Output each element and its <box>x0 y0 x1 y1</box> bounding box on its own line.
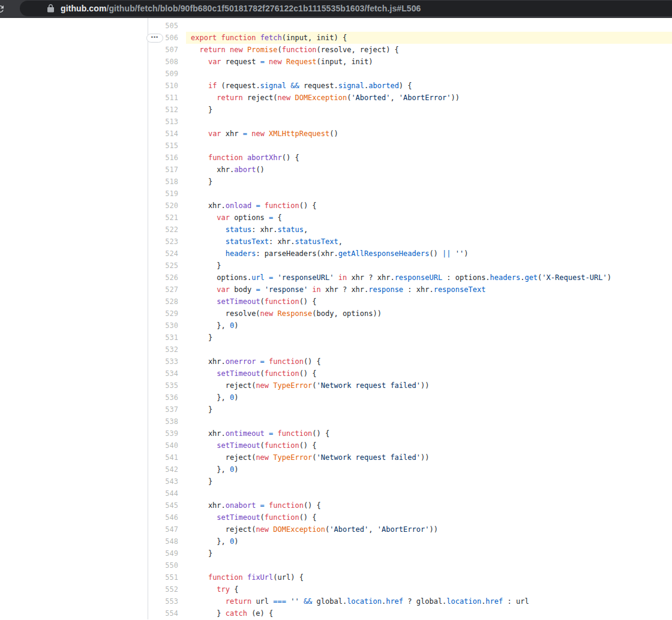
line-number[interactable]: 524 <box>0 248 182 260</box>
line-content: var request = new Request(input, init) <box>186 56 672 68</box>
line-number[interactable]: 511 <box>0 92 182 104</box>
line-number[interactable]: 545 <box>0 499 182 511</box>
line-content: resolve(new Response(body, options)) <box>186 308 672 320</box>
line-number[interactable]: 521 <box>0 212 182 224</box>
line-number[interactable]: 530 <box>0 320 182 332</box>
line-number[interactable]: 534 <box>0 368 182 380</box>
code-line-511: 511 return reject(new DOMException('Abor… <box>0 92 672 104</box>
code-line-515: 515 <box>0 140 672 152</box>
line-number[interactable]: 533 <box>0 356 182 368</box>
line-number[interactable]: 539 <box>0 428 182 440</box>
code-line-522: 522 status: xhr.status, <box>0 224 672 236</box>
line-number[interactable]: 531 <box>0 332 182 344</box>
line-number[interactable]: 518 <box>0 176 182 188</box>
line-content <box>186 20 672 32</box>
line-content: var options = { <box>186 212 672 224</box>
code-line-533: 533 xhr.onerror = function() { <box>0 356 672 368</box>
lock-icon[interactable] <box>47 4 54 13</box>
line-content <box>186 559 672 571</box>
line-number[interactable]: 523 <box>0 236 182 248</box>
line-content: } catch (e) { <box>186 607 672 619</box>
line-number[interactable]: 540 <box>0 440 182 452</box>
line-content <box>186 188 672 200</box>
line-content <box>186 116 672 128</box>
line-content: }, 0) <box>186 392 672 404</box>
code-line-535: 535 reject(new TypeError('Network reques… <box>0 380 672 392</box>
line-number[interactable]: 512 <box>0 104 182 116</box>
line-content: xhr.onerror = function() { <box>186 356 672 368</box>
line-number[interactable]: 507 <box>0 44 182 56</box>
line-number[interactable]: 550 <box>0 559 182 571</box>
code-line-527: 527 var body = 'response' in xhr ? xhr.r… <box>0 284 672 296</box>
code-line-548: 548 }, 0) <box>0 535 672 547</box>
code-line-550: 550 <box>0 559 672 571</box>
url-bar[interactable]: github.com/github/fetch/blob/90fb680c1f5… <box>20 1 672 16</box>
line-number[interactable]: 509 <box>0 68 182 80</box>
line-content: options.url = 'responseURL' in xhr ? xhr… <box>186 272 672 284</box>
line-content: setTimeout(function() { <box>186 368 672 380</box>
line-content: return new Promise(function(resolve, rej… <box>186 44 672 56</box>
expand-code-button[interactable]: ••• <box>146 34 163 43</box>
code-line-532: 532 <box>0 344 672 356</box>
line-number[interactable]: 554 <box>0 607 182 619</box>
code-line-519: 519 <box>0 188 672 200</box>
code-line-518: 518 } <box>0 176 672 188</box>
line-number[interactable]: 520 <box>0 200 182 212</box>
url-path: /github/fetch/blob/90fb680c1f50181782f27… <box>106 4 421 13</box>
line-number[interactable]: 535 <box>0 380 182 392</box>
url-text: github.com/github/fetch/blob/90fb680c1f5… <box>61 4 421 13</box>
line-number[interactable]: 548 <box>0 535 182 547</box>
code-line-530: 530 }, 0) <box>0 320 672 332</box>
line-number[interactable]: 549 <box>0 547 182 559</box>
line-content: if (request.signal && request.signal.abo… <box>186 80 672 92</box>
code-line-507: 507 return new Promise(function(resolve,… <box>0 44 672 56</box>
line-number[interactable]: 543 <box>0 475 182 487</box>
line-number[interactable]: 544 <box>0 487 182 499</box>
line-number[interactable]: 527 <box>0 284 182 296</box>
line-content: statusText: xhr.statusText, <box>186 236 672 248</box>
line-content: reject(new TypeError('Network request fa… <box>186 452 672 464</box>
line-content: } <box>186 176 672 188</box>
line-number[interactable]: 542 <box>0 464 182 475</box>
line-number[interactable]: 551 <box>0 571 182 583</box>
line-number[interactable]: 541 <box>0 452 182 464</box>
code-blob-view: ••• 505506export function fetch(input, i… <box>0 18 672 619</box>
code-line-510: 510 if (request.signal && request.signal… <box>0 80 672 92</box>
line-number[interactable]: 537 <box>0 404 182 416</box>
line-content: reject(new TypeError('Network request fa… <box>186 380 672 392</box>
line-number[interactable]: 525 <box>0 260 182 272</box>
line-number[interactable]: 517 <box>0 164 182 176</box>
code-line-537: 537 } <box>0 404 672 416</box>
code-line-528: 528 setTimeout(function() { <box>0 296 672 308</box>
code-line-546: 546 setTimeout(function() { <box>0 511 672 523</box>
line-number[interactable]: 505 <box>0 20 182 32</box>
line-number[interactable]: 528 <box>0 296 182 308</box>
line-number[interactable]: 532 <box>0 344 182 356</box>
code-line-553: 553 return url === '' && global.location… <box>0 595 672 607</box>
line-number[interactable]: 536 <box>0 392 182 404</box>
code-line-547: 547 reject(new DOMException('Aborted', '… <box>0 523 672 535</box>
line-number[interactable]: 522 <box>0 224 182 236</box>
line-number[interactable]: 538 <box>0 416 182 428</box>
line-number[interactable]: 508 <box>0 56 182 68</box>
reload-icon[interactable] <box>0 4 5 14</box>
line-number[interactable]: 515 <box>0 140 182 152</box>
line-content: xhr.onabort = function() { <box>186 499 672 511</box>
line-number[interactable]: 510 <box>0 80 182 92</box>
line-number[interactable]: 526 <box>0 272 182 284</box>
line-content <box>186 487 672 499</box>
line-number[interactable]: 547 <box>0 523 182 535</box>
line-number[interactable]: 552 <box>0 583 182 595</box>
line-number[interactable]: 516 <box>0 152 182 164</box>
line-content: xhr.abort() <box>186 164 672 176</box>
code-line-521: 521 var options = { <box>0 212 672 224</box>
code-line-534: 534 setTimeout(function() { <box>0 368 672 380</box>
line-number[interactable]: 529 <box>0 308 182 320</box>
line-number[interactable]: 513 <box>0 116 182 128</box>
line-number[interactable]: 546 <box>0 511 182 523</box>
code-line-508: 508 var request = new Request(input, ini… <box>0 56 672 68</box>
line-number[interactable]: 553 <box>0 595 182 607</box>
line-content: reject(new DOMException('Aborted', 'Abor… <box>186 523 672 535</box>
line-number[interactable]: 519 <box>0 188 182 200</box>
line-number[interactable]: 514 <box>0 128 182 140</box>
